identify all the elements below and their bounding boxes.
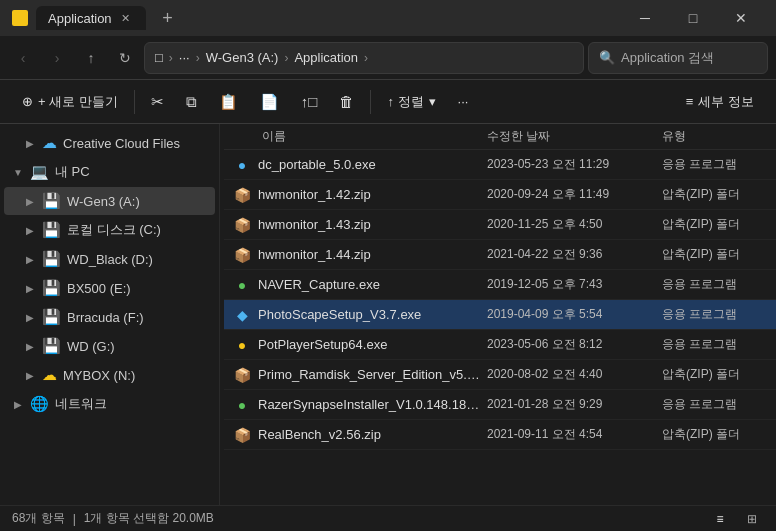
file-icon: 📦	[232, 425, 252, 445]
file-type: 응용 프로그램	[658, 276, 768, 293]
header-type[interactable]: 유형	[658, 128, 768, 145]
close-button[interactable]: ✕	[718, 0, 764, 36]
selected-info: 1개 항목 선택함 20.0MB	[84, 510, 214, 527]
forward-button[interactable]: ›	[42, 43, 72, 73]
cut-button[interactable]: ✂	[141, 86, 174, 118]
table-row[interactable]: ● RazerSynapseInstaller_V1.0.148.188.exe…	[224, 390, 776, 420]
table-row[interactable]: 📦 hwmonitor_1.44.zip 2021-04-22 오전 9:36 …	[224, 240, 776, 270]
sidebar-item-creative-cloud[interactable]: ▶ ☁ Creative Cloud Files	[4, 129, 215, 157]
header-date[interactable]: 수정한 날짜	[483, 128, 658, 145]
delete-button[interactable]: 🗑	[329, 86, 364, 118]
table-row[interactable]: ◆ PhotoScapeSetup_V3.7.exe 2019-04-09 오후…	[224, 300, 776, 330]
table-row[interactable]: ● NAVER_Capture.exe 2019-12-05 오후 7:43 응…	[224, 270, 776, 300]
copy2-button[interactable]: 📄	[250, 86, 289, 118]
main-area: ▶ ☁ Creative Cloud Files ▼ 💻 내 PC ▶ 💾 W-…	[0, 124, 776, 505]
file-icon: ●	[232, 275, 252, 295]
sidebar-item-label: W-Gen3 (A:)	[67, 194, 207, 209]
sidebar-item-label: BX500 (E:)	[67, 281, 207, 296]
up-button[interactable]: ↑	[76, 43, 106, 73]
back-button[interactable]: ‹	[8, 43, 38, 73]
sidebar-item-w-gen3[interactable]: ▶ 💾 W-Gen3 (A:)	[4, 187, 215, 215]
tab-close-button[interactable]: ✕	[118, 10, 134, 26]
breadcrumb-sep1: ›	[169, 51, 173, 65]
expand-icon: ▶	[24, 369, 36, 381]
expand-icon: ▼	[12, 166, 24, 178]
details-label: 세부 정보	[698, 93, 754, 111]
item-count: 68개 항목	[12, 510, 65, 527]
sidebar-item-brracuda[interactable]: ▶ 💾 Brracuda (F:)	[4, 303, 215, 331]
new-button[interactable]: ⊕ + 새로 만들기	[12, 86, 128, 118]
more-button[interactable]: ···	[448, 86, 479, 118]
table-row[interactable]: ● dc_portable_5.0.exe 2023-05-23 오전 11:2…	[224, 150, 776, 180]
toolbar: ⊕ + 새로 만들기 ✂ ⧉ 📋 📄 ↑□ 🗑 ↑ 정렬 ▾ ··· ≡ 세부 …	[0, 80, 776, 124]
sidebar-item-label: WD_Black (D:)	[67, 252, 207, 267]
file-name: PotPlayerSetup64.exe	[258, 337, 483, 352]
file-icon: ●	[232, 335, 252, 355]
copy-button[interactable]: ⧉	[176, 86, 207, 118]
expand-icon: ▶	[24, 311, 36, 323]
refresh-button[interactable]: ↻	[110, 43, 140, 73]
sidebar-item-wd-black[interactable]: ▶ 💾 WD_Black (D:)	[4, 245, 215, 273]
minimize-button[interactable]: ─	[622, 0, 668, 36]
titlebar: Application ✕ + ─ □ ✕	[0, 0, 776, 36]
file-name: Primo_Ramdisk_Server_Edition_v5.6.0.zip	[258, 367, 483, 382]
share-icon: ↑□	[301, 93, 318, 110]
file-type: 압축(ZIP) 폴더	[658, 426, 768, 443]
share-button[interactable]: ↑□	[291, 86, 328, 118]
sidebar-item-label: Brracuda (F:)	[67, 310, 207, 325]
expand-icon: ▶	[24, 224, 36, 236]
drive-icon: 💾	[42, 308, 61, 326]
file-date: 2023-05-23 오전 11:29	[483, 156, 658, 173]
paste-button[interactable]: 📋	[209, 86, 248, 118]
file-name: hwmonitor_1.43.zip	[258, 217, 483, 232]
cut-icon: ✂	[151, 93, 164, 111]
file-type: 압축(ZIP) 폴더	[658, 366, 768, 383]
breadcrumb-sep4: ›	[364, 51, 368, 65]
header-name[interactable]: 이름	[258, 128, 483, 145]
file-type: 압축(ZIP) 폴더	[658, 216, 768, 233]
paste-icon: 📋	[219, 93, 238, 111]
file-name: dc_portable_5.0.exe	[258, 157, 483, 172]
breadcrumb-bar[interactable]: □ › ··· › W-Gen3 (A:) › Application ›	[144, 42, 584, 74]
active-tab[interactable]: Application ✕	[36, 6, 146, 30]
addressbar: ‹ › ↑ ↻ □ › ··· › W-Gen3 (A:) › Applicat…	[0, 36, 776, 80]
file-type: 응용 프로그램	[658, 396, 768, 413]
drive-icon: 💾	[42, 250, 61, 268]
drive-icon: 💾	[42, 192, 61, 210]
new-icon: ⊕	[22, 94, 33, 109]
sidebar-item-label: 네트워크	[55, 395, 207, 413]
sort-label: ↑ 정렬	[387, 93, 423, 111]
sort-button[interactable]: ↑ 정렬 ▾	[377, 86, 445, 118]
table-row[interactable]: 📦 hwmonitor_1.43.zip 2020-11-25 오후 4:50 …	[224, 210, 776, 240]
cloud-icon: ☁	[42, 366, 57, 384]
file-name: RealBench_v2.56.zip	[258, 427, 483, 442]
grid-view-button[interactable]: ⊞	[740, 509, 764, 529]
sidebar-item-local-c[interactable]: ▶ 💾 로컬 디스크 (C:)	[4, 216, 215, 244]
list-view-button[interactable]: ≡	[708, 509, 732, 529]
sidebar-item-bx500[interactable]: ▶ 💾 BX500 (E:)	[4, 274, 215, 302]
pc-icon: 💻	[30, 163, 49, 181]
file-name: hwmonitor_1.44.zip	[258, 247, 483, 262]
table-row[interactable]: 📦 hwmonitor_1.42.zip 2020-09-24 오후 11:49…	[224, 180, 776, 210]
search-bar[interactable]: 🔍 Application 검색	[588, 42, 768, 74]
sidebar-item-mybox[interactable]: ▶ ☁ MYBOX (N:)	[4, 361, 215, 389]
table-row[interactable]: 📦 RealBench_v2.56.zip 2021-09-11 오전 4:54…	[224, 420, 776, 450]
breadcrumb-drive: W-Gen3 (A:)	[206, 50, 279, 65]
file-type: 응용 프로그램	[658, 306, 768, 323]
table-row[interactable]: ● PotPlayerSetup64.exe 2023-05-06 오전 8:1…	[224, 330, 776, 360]
table-row[interactable]: 📦 Primo_Ramdisk_Server_Edition_v5.6.0.zi…	[224, 360, 776, 390]
file-rows-container: ● dc_portable_5.0.exe 2023-05-23 오전 11:2…	[224, 150, 776, 450]
sidebar-item-network[interactable]: ▶ 🌐 네트워크	[4, 390, 215, 418]
file-type: 응용 프로그램	[658, 336, 768, 353]
details-button[interactable]: ≡ 세부 정보	[676, 86, 764, 118]
sidebar-item-wd-g[interactable]: ▶ 💾 WD (G:)	[4, 332, 215, 360]
sidebar-item-my-pc[interactable]: ▼ 💻 내 PC	[4, 158, 215, 186]
file-date: 2019-12-05 오후 7:43	[483, 276, 658, 293]
maximize-button[interactable]: □	[670, 0, 716, 36]
new-tab-button[interactable]: +	[154, 4, 182, 32]
file-date: 2020-09-24 오후 11:49	[483, 186, 658, 203]
file-date: 2020-08-02 오전 4:40	[483, 366, 658, 383]
expand-icon: ▶	[24, 137, 36, 149]
file-icon: ●	[232, 155, 252, 175]
breadcrumb-sep2: ›	[196, 51, 200, 65]
